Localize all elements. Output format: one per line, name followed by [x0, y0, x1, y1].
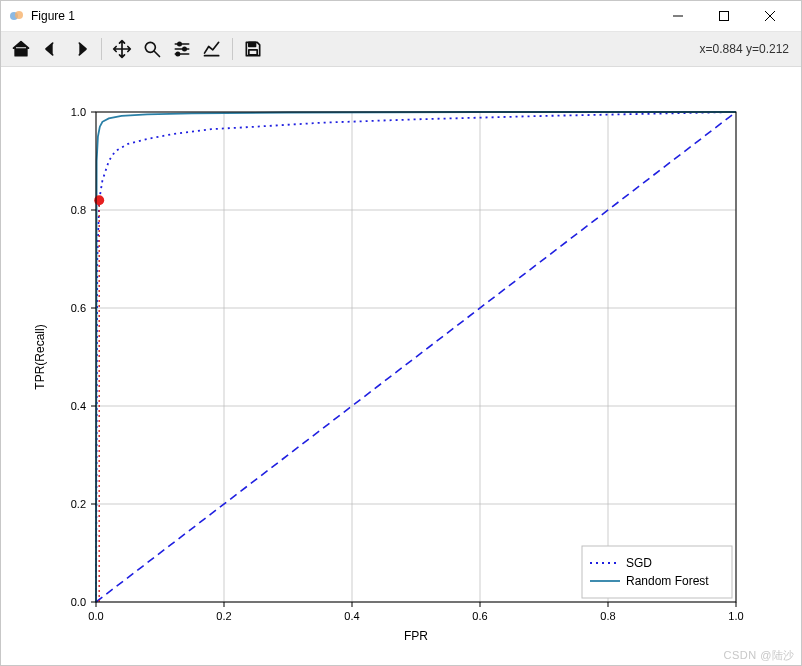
x-tick-label: 0.6 [472, 610, 487, 622]
back-button[interactable] [37, 35, 65, 63]
toolbar-separator [101, 38, 102, 60]
legend [582, 546, 732, 598]
minimize-button[interactable] [655, 1, 701, 31]
x-tick-label: 1.0 [728, 610, 743, 622]
pan-button[interactable] [108, 35, 136, 63]
svg-point-9 [178, 42, 181, 45]
svg-line-7 [155, 52, 160, 57]
y-tick-label: 0.4 [71, 400, 86, 412]
svg-point-6 [145, 42, 155, 52]
y-tick-label: 0.6 [71, 302, 86, 314]
title-bar[interactable]: Figure 1 [1, 1, 801, 32]
window-title: Figure 1 [31, 9, 75, 23]
plot-canvas[interactable]: 0.00.20.40.60.81.00.00.20.40.60.81.0FPRT… [1, 67, 801, 665]
app-icon [9, 8, 25, 24]
y-tick-label: 1.0 [71, 106, 86, 118]
svg-point-1 [15, 11, 23, 19]
y-tick-label: 0.2 [71, 498, 86, 510]
y-tick-label: 0.0 [71, 596, 86, 608]
maximize-button[interactable] [701, 1, 747, 31]
zoom-button[interactable] [138, 35, 166, 63]
x-axis-label: FPR [404, 629, 428, 643]
forward-button[interactable] [67, 35, 95, 63]
edit-axes-button[interactable] [198, 35, 226, 63]
y-axis-label: TPR(Recall) [33, 324, 47, 389]
legend-entry: SGD [626, 556, 652, 570]
cursor-coordinates: x=0.884 y=0.212 [700, 42, 795, 56]
figure-window: Figure 1 [0, 0, 802, 666]
save-button[interactable] [239, 35, 267, 63]
close-button[interactable] [747, 1, 793, 31]
x-tick-label: 0.8 [600, 610, 615, 622]
toolbar-separator [232, 38, 233, 60]
reference-diagonal [96, 112, 736, 602]
x-tick-label: 0.0 [88, 610, 103, 622]
svg-rect-3 [720, 12, 729, 21]
x-tick-label: 0.4 [344, 610, 359, 622]
y-tick-label: 0.8 [71, 204, 86, 216]
svg-point-13 [176, 52, 179, 55]
legend-entry: Random Forest [626, 574, 709, 588]
x-tick-label: 0.2 [216, 610, 231, 622]
svg-rect-14 [249, 42, 256, 46]
configure-subplots-button[interactable] [168, 35, 196, 63]
roc-chart: 0.00.20.40.60.81.00.00.20.40.60.81.0FPRT… [1, 67, 801, 666]
home-button[interactable] [7, 35, 35, 63]
svg-rect-15 [249, 50, 257, 55]
matplotlib-toolbar: x=0.884 y=0.212 [1, 32, 801, 67]
svg-point-11 [183, 47, 186, 50]
